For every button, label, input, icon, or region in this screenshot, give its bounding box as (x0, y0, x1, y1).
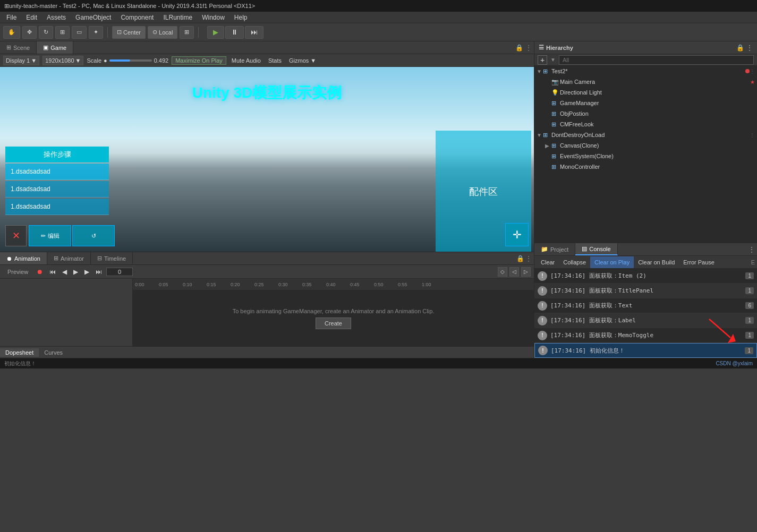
app-icon: ⊞ (4, 3, 9, 10)
pause-button[interactable]: ⏸ (225, 26, 244, 39)
tab-scene[interactable]: ⊞ Scene (0, 41, 37, 54)
gizmos-button[interactable]: Gizmos ▼ (287, 56, 318, 65)
display-dropdown[interactable]: Display 1 ▼ (3, 56, 39, 65)
dopesheet-tab[interactable]: Dopesheet (0, 348, 39, 357)
hierarchy-item-gamemanager[interactable]: ⊞ GameManager (534, 98, 757, 108)
move-button[interactable]: ✛ (505, 223, 529, 246)
console-more-button[interactable]: ⋮ (749, 246, 755, 253)
menu-component[interactable]: Component (116, 13, 158, 22)
hierarchy-item-test2[interactable]: ▼ ⊞ Test2* ⋮ (534, 66, 757, 76)
anim-more-icon[interactable]: ⋮ (525, 255, 532, 262)
step-button[interactable]: ⏭ (245, 26, 263, 39)
menu-edit[interactable]: Edit (22, 13, 41, 22)
tool-hand[interactable]: ✋ (3, 26, 20, 39)
status-bar: 初始化信息！ CSDN @yxlaim (0, 358, 757, 368)
tab-console[interactable]: ▤ Console (575, 243, 617, 255)
tool-move[interactable]: ✥ (22, 26, 37, 39)
clear-button[interactable]: Clear (537, 256, 559, 268)
log-item-2[interactable]: ! [17:34:16] 面板获取：TitlePanel 1 (534, 284, 757, 298)
tab-project[interactable]: 📁 Project (534, 243, 575, 255)
collapse-button[interactable]: Collapse (559, 256, 590, 268)
pivot-local[interactable]: ⊙ Local (148, 26, 177, 39)
key-right[interactable]: ▷ (521, 267, 531, 277)
record-button[interactable]: ⏺ (35, 267, 45, 277)
status-credit: CSDN @yxlaim (716, 361, 753, 366)
menu-file[interactable]: File (2, 13, 21, 22)
log-count-5: 1 (745, 332, 754, 339)
mark-9: 0:45 (350, 282, 374, 287)
console-toolbar: Clear Collapse Clear on Play Clear on Bu… (534, 256, 757, 269)
anim-time-input[interactable] (106, 268, 133, 276)
mark-5: 0:25 (254, 282, 278, 287)
hierarchy-add-button[interactable]: + (538, 55, 547, 65)
anim-next-keyframe[interactable]: ⏭ (93, 267, 104, 277)
resolution-dropdown[interactable]: 1920x1080 ▼ (42, 56, 83, 65)
log-warn-icon-3: ! (538, 301, 547, 311)
key-diamond[interactable]: ◇ (498, 267, 507, 277)
menu-window[interactable]: Window (198, 13, 229, 22)
hierarchy-item-dontdestroy[interactable]: ▼ ⊞ DontDestroyOnLoad ⋮ (534, 130, 757, 140)
hierarchy-item-canvas[interactable]: ▶ ⊞ Canvas(Clone) (534, 140, 757, 151)
play-button[interactable]: ▶ (207, 26, 224, 39)
hierarchy-more-button[interactable]: ⋮ (746, 44, 753, 52)
hierarchy-item-mono[interactable]: ⊞ MonoController (534, 161, 757, 172)
anim-next-frame[interactable]: ▶ (82, 267, 91, 277)
menu-ilruntime[interactable]: ILRuntime (159, 13, 197, 22)
mute-audio-button[interactable]: Mute Audio (229, 56, 263, 65)
log-item-3[interactable]: ! [17:34:16] 面板获取：Text 6 (534, 298, 757, 313)
menu-gameobject[interactable]: GameObject (71, 13, 115, 22)
hierarchy-lock-button[interactable]: 🔒 (736, 44, 744, 52)
key-left[interactable]: ◁ (509, 267, 519, 277)
pivot-center[interactable]: ⊡ Center (112, 26, 146, 39)
menu-assets[interactable]: Assets (42, 13, 70, 22)
log-item-5[interactable]: ! [17:34:16] 面板获取：MemoToggle 1 (534, 328, 757, 343)
tool-rect[interactable]: ▭ (72, 26, 87, 39)
op-item-3[interactable]: 1.dsadsadsad (5, 199, 109, 215)
tab-timeline[interactable]: ⊟ Timeline (91, 252, 133, 264)
log-item-4[interactable]: ! [17:34:16] 面板获取：Label 1 (534, 313, 757, 328)
tool-scale[interactable]: ⊞ (55, 26, 70, 39)
canvas-icon: ⊞ (551, 142, 560, 149)
edit-button[interactable]: ✏ 编辑 (29, 225, 71, 246)
clear-on-play-button[interactable]: Clear on Play (590, 256, 634, 268)
tab-game[interactable]: ▣ Game (37, 41, 73, 54)
hierarchy-item-objpostion[interactable]: ⊞ ObjPostion (534, 108, 757, 119)
console-panel-actions: ⋮ (749, 246, 757, 253)
error-pause-button[interactable]: Error Pause (679, 256, 719, 268)
log-item-1[interactable]: ! [17:34:16] 面板获取：Item (2) 1 (534, 269, 757, 284)
item-more-icon[interactable]: ⋮ (750, 68, 755, 74)
ddol-more-icon[interactable]: ⋮ (750, 132, 755, 138)
grid-btn[interactable]: ⊞ (180, 26, 194, 39)
tool-transform[interactable]: ✦ (89, 26, 103, 39)
scale-slider[interactable] (109, 59, 152, 62)
animation-panel: ⏺ Animation ⊞ Animator ⊟ Timeline 🔒 ⋮ Pr… (0, 252, 534, 358)
create-clip-button[interactable]: Create (316, 318, 351, 329)
game-close-button[interactable]: ✕ (5, 225, 27, 246)
maximize-on-play-button[interactable]: Maximize On Play (172, 56, 226, 65)
tab-more-icon[interactable]: ⋮ (525, 44, 532, 52)
op-item-1[interactable]: 1.dsadsadsad (5, 164, 109, 180)
anim-prev-keyframe[interactable]: ⏮ (47, 267, 58, 277)
mark-1: 0:05 (159, 282, 183, 287)
console-log-area[interactable]: ! [17:34:16] 面板获取：Item (2) 1 ! [17: (534, 269, 757, 358)
hierarchy-item-cmfreelook[interactable]: ⊞ CMFreeLook (534, 119, 757, 130)
menu-help[interactable]: Help (230, 13, 252, 22)
log-count-1: 1 (745, 272, 754, 279)
timeline-marks: 0:00 0:05 0:10 0:15 0:20 0:25 0:30 0:35 … (133, 282, 448, 287)
tool-rotate[interactable]: ↻ (39, 26, 53, 39)
anim-play-button[interactable]: ▶ (71, 267, 80, 277)
hierarchy-label-mono: MonoController (560, 164, 755, 170)
hierarchy-search[interactable] (559, 55, 754, 65)
refresh-button[interactable]: ↺ (72, 225, 115, 246)
clear-on-build-button[interactable]: Clear on Build (634, 256, 679, 268)
tab-animation[interactable]: ⏺ Animation (0, 252, 47, 264)
op-item-2[interactable]: 1.dsadsadsad (5, 181, 109, 198)
curves-tab[interactable]: Curves (39, 348, 68, 357)
stats-button[interactable]: Stats (266, 56, 284, 65)
hierarchy-item-light[interactable]: 💡 Directional Light (534, 87, 757, 98)
log-item-6[interactable]: ! [17:34:16] 初始化信息！ 1 (534, 343, 757, 358)
hierarchy-item-camera[interactable]: 📷 Main Camera ★ (534, 76, 757, 87)
hierarchy-item-eventsystem[interactable]: ⊞ EventSystem(Clone) (534, 151, 757, 161)
tab-animator[interactable]: ⊞ Animator (47, 252, 91, 264)
anim-prev-frame[interactable]: ◀ (60, 267, 69, 277)
